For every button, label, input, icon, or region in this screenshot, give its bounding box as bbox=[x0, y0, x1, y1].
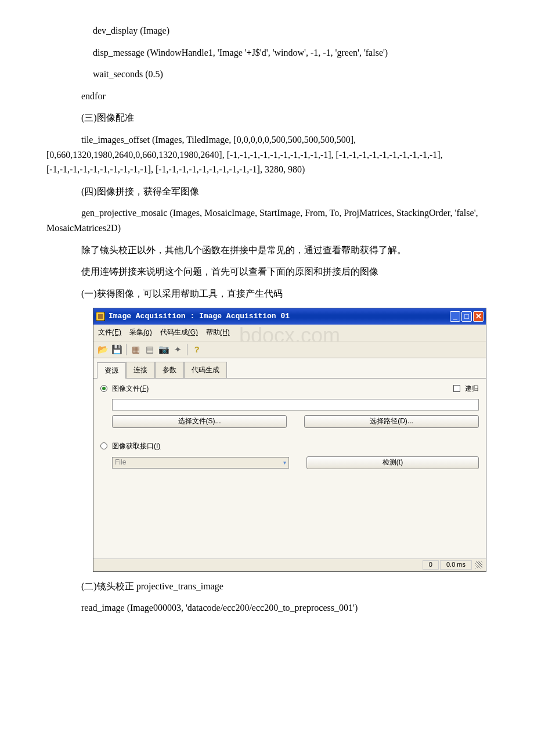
titlebar[interactable]: Image Acquisition : Image Acquisition 01… bbox=[93, 308, 486, 325]
select-file-button[interactable]: 选择文件(S)... bbox=[112, 415, 287, 428]
menu-codegen[interactable]: 代码生成(G) bbox=[160, 327, 198, 338]
recursive-label: 递归 bbox=[465, 383, 479, 394]
svg-rect-0 bbox=[98, 314, 103, 319]
select-path-button[interactable]: 选择路径(D)... bbox=[304, 415, 479, 428]
tab-connect[interactable]: 连接 bbox=[126, 362, 155, 378]
chevron-down-icon: ▾ bbox=[283, 458, 286, 467]
connect-icon[interactable]: ▦ bbox=[130, 344, 142, 355]
close-button[interactable]: ✕ bbox=[473, 311, 484, 322]
tab-codegen[interactable]: 代码生成 bbox=[184, 362, 227, 378]
status-time: 0.0 ms bbox=[440, 560, 472, 570]
minimize-button[interactable]: _ bbox=[450, 311, 460, 322]
doc-line: dev_display (Image) bbox=[46, 23, 488, 38]
doc-line: 使用连铸拼接来说明这个问题，首先可以查看下面的原图和拼接后的图像 bbox=[46, 264, 488, 279]
menu-file[interactable]: 文件(E) bbox=[98, 327, 121, 338]
doc-line: disp_message (WindowHandle1, 'Image '+J$… bbox=[46, 45, 488, 60]
interface-label: 图像获取接口(I) bbox=[112, 441, 160, 452]
doc-line: 除了镜头校正以外，其他几个函数在拼接中是常见的，通过查看帮助获得了解。 bbox=[46, 243, 488, 258]
detect-button[interactable]: 检测(t) bbox=[306, 456, 479, 469]
open-icon[interactable]: 📂 bbox=[97, 344, 109, 355]
menu-acquire[interactable]: 采集(q) bbox=[129, 327, 152, 338]
doc-line: endfor bbox=[46, 89, 488, 104]
recursive-checkbox[interactable] bbox=[453, 385, 460, 392]
image-acquisition-window: Image Acquisition : Image Acquisition 01… bbox=[93, 308, 486, 571]
doc-line: (二)镜头校正 projective_trans_image bbox=[46, 579, 488, 594]
tab-content: 图像文件(F) 递归 选择文件(S)... 选择路径(D)... 图像获取接口(… bbox=[93, 379, 486, 559]
menubar: bdocx.com 文件(E) 采集(q) 代码生成(G) 帮助(H) bbox=[93, 325, 486, 341]
app-icon bbox=[96, 312, 105, 321]
doc-line: tile_images_offset (Images, TiledImage, … bbox=[46, 132, 488, 177]
status-count: 0 bbox=[423, 560, 439, 570]
doc-line: gen_projective_mosaic (Images, MosaicIma… bbox=[46, 206, 488, 235]
radio-interface[interactable] bbox=[100, 442, 107, 449]
doc-line: (一)获得图像，可以采用帮助工具，直接产生代码 bbox=[46, 286, 488, 301]
radio-image-file[interactable] bbox=[100, 385, 107, 392]
doc-line: wait_seconds (0.5) bbox=[46, 67, 488, 82]
window-title: Image Acquisition : Image Acquisition 01 bbox=[109, 311, 450, 323]
record-icon[interactable]: ✦ bbox=[172, 344, 183, 355]
interface-select-value: File bbox=[115, 457, 126, 468]
save-icon[interactable]: 💾 bbox=[111, 344, 122, 355]
image-file-label: 图像文件(F) bbox=[112, 383, 149, 394]
tab-bar: 资源 连接 参数 代码生成 bbox=[93, 358, 486, 379]
doc-line: (三)图像配准 bbox=[46, 110, 488, 125]
snap-icon[interactable]: ▤ bbox=[144, 344, 156, 355]
menu-help[interactable]: 帮助(H) bbox=[206, 327, 230, 338]
help-icon[interactable]: ? bbox=[191, 344, 203, 355]
image-file-path-input[interactable] bbox=[112, 399, 479, 411]
resize-grip-icon[interactable] bbox=[475, 561, 482, 568]
tab-params[interactable]: 参数 bbox=[155, 362, 184, 378]
camera-icon[interactable]: 📷 bbox=[158, 344, 169, 355]
doc-line: read_image (Image000003, 'datacode/ecc20… bbox=[46, 600, 488, 615]
statusbar: 0 0.0 ms bbox=[93, 559, 486, 571]
tab-resource[interactable]: 资源 bbox=[97, 362, 126, 379]
maximize-button[interactable]: □ bbox=[461, 311, 472, 322]
interface-select[interactable]: File ▾ bbox=[112, 457, 289, 469]
doc-line: (四)图像拼接，获得全军图像 bbox=[46, 184, 488, 199]
toolbar: 📂 💾 ▦ ▤ 📷 ✦ ? bbox=[93, 341, 486, 358]
